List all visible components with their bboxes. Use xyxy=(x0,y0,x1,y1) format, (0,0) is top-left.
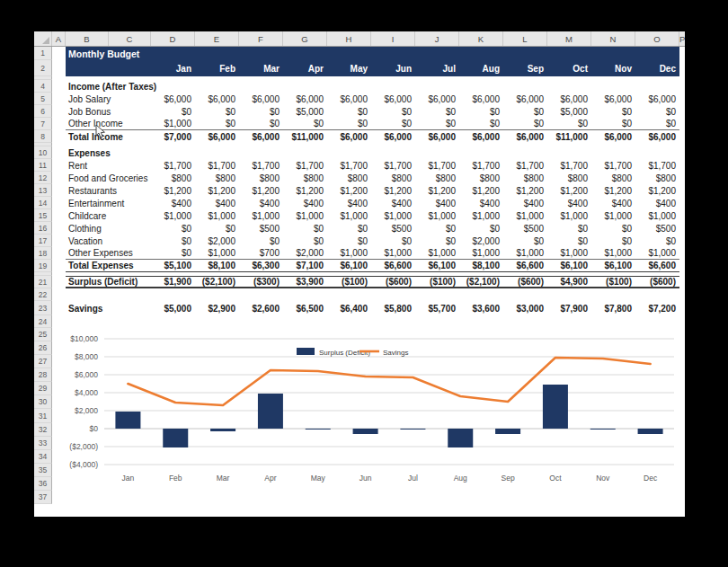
row-label-4[interactable]: Income (After Taxes) xyxy=(66,80,151,93)
cell-K15[interactable]: $1,000 xyxy=(459,209,503,222)
row-label-5[interactable]: Job Salary xyxy=(66,93,151,105)
cell-M19[interactable]: $6,100 xyxy=(547,260,591,271)
cell-G22[interactable] xyxy=(283,288,327,301)
cell-D5[interactable]: $6,000 xyxy=(151,93,195,105)
cell-O18[interactable]: $1,000 xyxy=(635,247,679,259)
cell-P18[interactable] xyxy=(679,247,685,260)
row-label-10[interactable]: Expenses xyxy=(66,146,151,159)
cell-J21[interactable]: ($100) xyxy=(415,277,459,287)
cell-P24[interactable] xyxy=(679,315,685,328)
cell-E22[interactable] xyxy=(195,288,239,301)
row-number-30[interactable]: 30 xyxy=(34,395,52,409)
cell-H14[interactable]: $400 xyxy=(327,197,371,209)
month-header-Mar[interactable]: Mar xyxy=(239,60,283,76)
cell-F8[interactable]: $6,000 xyxy=(239,130,283,143)
row-number-4[interactable]: 4 xyxy=(34,80,52,93)
cell-D15[interactable]: $1,000 xyxy=(151,209,195,222)
cell-N13[interactable]: $1,200 xyxy=(591,184,635,197)
cell-A17[interactable] xyxy=(52,235,66,247)
cell-A12[interactable] xyxy=(52,172,66,184)
cell-O16[interactable]: $500 xyxy=(635,222,679,235)
cell-A18[interactable] xyxy=(52,247,66,260)
cell-E8[interactable]: $6,000 xyxy=(195,130,239,143)
cell-K5[interactable]: $6,000 xyxy=(459,93,503,105)
cell-F18[interactable]: $700 xyxy=(239,247,283,259)
cell-I12[interactable]: $800 xyxy=(371,172,415,184)
cell-K21[interactable]: ($2,100) xyxy=(459,277,503,287)
cell-G12[interactable]: $800 xyxy=(283,172,327,184)
cell-M7[interactable]: $0 xyxy=(547,118,591,129)
cell-L6[interactable]: $0 xyxy=(503,105,547,118)
cell-F16[interactable]: $500 xyxy=(239,222,283,235)
row-number-13[interactable]: 13 xyxy=(34,184,52,197)
row-number-19[interactable]: 19 xyxy=(34,260,52,272)
cell-O15[interactable]: $1,000 xyxy=(635,209,679,222)
row-number-14[interactable]: 14 xyxy=(34,197,52,209)
cell-I24[interactable] xyxy=(371,315,415,328)
row-label-15[interactable]: Childcare xyxy=(66,209,151,222)
cell-K23[interactable]: $3,600 xyxy=(459,301,503,315)
row-number-32[interactable]: 32 xyxy=(34,423,52,437)
column-header-L[interactable]: L xyxy=(503,31,547,46)
month-header-Jan[interactable]: Jan xyxy=(151,60,195,76)
row-number-2[interactable]: 2 xyxy=(34,60,52,76)
cell-O24[interactable] xyxy=(635,315,679,328)
row-number-28[interactable]: 28 xyxy=(34,368,52,382)
cell-I11[interactable]: $1,700 xyxy=(371,159,415,172)
cell-F24[interactable] xyxy=(239,315,283,328)
cell-E17[interactable]: $2,000 xyxy=(195,235,239,247)
cell-G10[interactable] xyxy=(283,146,327,159)
row-number-18[interactable]: 18 xyxy=(34,247,52,260)
row-label-13[interactable]: Restaurants xyxy=(66,184,151,197)
cell-H11[interactable]: $1,700 xyxy=(327,159,371,172)
row-number-16[interactable]: 16 xyxy=(34,222,52,235)
row-label-21[interactable]: Surplus (Deficit) xyxy=(66,277,151,287)
cell-A6[interactable] xyxy=(52,105,66,118)
cell-M4[interactable] xyxy=(547,80,591,93)
cell-K14[interactable]: $400 xyxy=(459,197,503,209)
cell-D7[interactable]: $1,000 xyxy=(151,118,195,129)
cell-H6[interactable]: $0 xyxy=(327,105,371,118)
column-header-G[interactable]: G xyxy=(283,31,327,46)
cell-A23[interactable] xyxy=(52,301,66,315)
cell-H15[interactable]: $1,000 xyxy=(327,209,371,222)
cell-D16[interactable]: $0 xyxy=(151,222,195,235)
cell-L19[interactable]: $6,600 xyxy=(503,260,547,271)
cell-E4[interactable] xyxy=(195,80,239,93)
row-label-6[interactable]: Job Bonus xyxy=(66,105,151,118)
row-number-17[interactable]: 17 xyxy=(34,235,52,247)
cell-J10[interactable] xyxy=(415,146,459,159)
cell-H21[interactable]: ($100) xyxy=(327,277,371,287)
cell-J13[interactable]: $1,200 xyxy=(415,184,459,197)
cell-I16[interactable]: $500 xyxy=(371,222,415,235)
cell-A2[interactable] xyxy=(52,60,66,76)
cell-F6[interactable]: $0 xyxy=(239,105,283,118)
cell-I5[interactable]: $6,000 xyxy=(371,93,415,105)
cell-J16[interactable]: $0 xyxy=(415,222,459,235)
cell-O11[interactable]: $1,700 xyxy=(635,159,679,172)
cell-K12[interactable]: $800 xyxy=(459,172,503,184)
cell-E10[interactable] xyxy=(195,146,239,159)
cell-K6[interactable]: $0 xyxy=(459,105,503,118)
row-label-24[interactable] xyxy=(66,315,151,328)
cell-H22[interactable] xyxy=(327,288,371,301)
cell-P10[interactable] xyxy=(679,146,685,159)
row-number-1[interactable]: 1 xyxy=(34,47,52,60)
cell-G13[interactable]: $1,200 xyxy=(283,184,327,197)
cell-J19[interactable]: $6,100 xyxy=(415,260,459,271)
cell-P7[interactable] xyxy=(679,118,685,130)
cell-D17[interactable]: $0 xyxy=(151,235,195,247)
cell-P15[interactable] xyxy=(679,209,685,222)
cell-O19[interactable]: $6,600 xyxy=(635,260,679,271)
cell-G15[interactable]: $1,000 xyxy=(283,209,327,222)
cell-A24[interactable] xyxy=(52,315,66,328)
cell-L14[interactable]: $400 xyxy=(503,197,547,209)
cell-O13[interactable]: $1,200 xyxy=(635,184,679,197)
column-header-M[interactable]: M xyxy=(547,31,591,46)
cell-L15[interactable]: $1,000 xyxy=(503,209,547,222)
cell-E24[interactable] xyxy=(195,315,239,328)
cell-G23[interactable]: $6,500 xyxy=(283,301,327,315)
row-label-22[interactable] xyxy=(66,288,151,301)
cell-N6[interactable]: $0 xyxy=(591,105,635,118)
month-header-Sep[interactable]: Sep xyxy=(503,60,547,76)
